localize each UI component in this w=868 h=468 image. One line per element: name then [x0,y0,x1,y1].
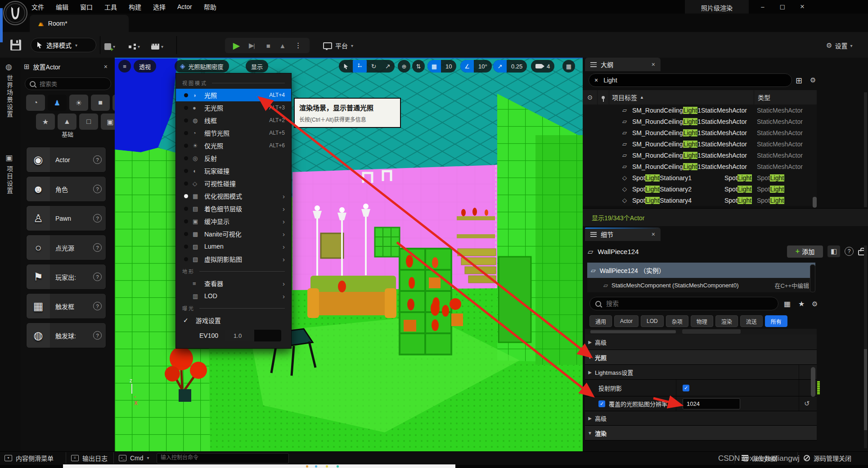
view-mode-menu-item[interactable]: ▩ Nanite可视化 › [176,227,291,240]
menu-item[interactable]: 窗口 [80,2,93,11]
view-mode-menu-item[interactable]: ◔ 细节光照 ALT+5 [176,127,291,139]
camera-speed-control[interactable]: 4 [531,60,554,73]
play-button[interactable]: ▶ [233,40,240,51]
view-mode-menu-item[interactable]: ◇ 可视性碰撞 [176,177,291,190]
component-row[interactable]: ▱ StaticMeshComponent (StaticMeshCompone… [587,278,815,292]
scale-snap-control[interactable]: ↗ 0.25 [493,60,527,73]
select-tool-button[interactable] [339,60,353,73]
project-settings-vertical-tab[interactable]: 项目设置 [5,166,14,195]
lightmass-settings-collapsed[interactable]: ▶ Lightmass设置 [585,365,817,380]
close-icon[interactable]: × [104,63,108,70]
details-scrollbar-track[interactable] [864,245,867,448]
help-icon[interactable]: ? [93,155,102,164]
perspective-dropdown[interactable]: 透视 [134,60,156,73]
help-icon[interactable]: ? [93,331,102,340]
project-settings-icon[interactable]: ▣ [5,153,13,163]
window-close-button[interactable]: × [795,1,810,13]
checkbox-checked[interactable]: ✓ [598,400,605,407]
select-mode-dropdown[interactable]: 选择模式 ▾ [31,38,96,52]
outliner-row[interactable]: ◇ SpotLightStationary1 SpotLight SpotLig… [583,172,817,183]
ev100-slider[interactable]: 1.0 [225,330,281,341]
outliner-row[interactable]: ▱ SM_RoundCeilingLight1StaticMeshActor S… [583,116,817,127]
details-scrollbar[interactable] [811,367,815,397]
place-actor-item[interactable]: ▦ 触发框 ? [26,293,106,319]
display-filter-grid-icon[interactable]: ▦ [784,300,791,308]
frame-skip-button[interactable]: ▶▏ [249,41,257,50]
instance-row-selected[interactable]: ▱ WallPiece124 （实例） [587,263,815,278]
outliner-row[interactable]: ▱ SM_RoundCeilingLight1StaticMeshActor S… [583,150,817,161]
edit-in-cpp-link[interactable]: 在C++中编辑 [774,281,809,290]
menu-item[interactable]: 帮助 [204,2,216,11]
level-tab[interactable]: ▲ Room* [30,15,129,32]
item-label-column-header[interactable]: 项目标签▲ [609,93,754,102]
details-filter-chip[interactable]: 渲染 [715,315,738,327]
favorites-star-icon[interactable]: ★ [798,300,805,308]
help-icon[interactable]: ? [93,273,102,281]
view-mode-menu-item[interactable]: ▨ Lumen › [176,240,291,253]
outliner-row[interactable]: ◇ SpotLightStationary2 SpotLight SpotLig… [583,183,817,195]
rendering-section-header[interactable]: ▼ 渲染 [585,426,817,441]
clear-search-icon[interactable]: × [594,77,598,84]
lighting-section-header[interactable]: ▼ 光照 [585,350,817,365]
details-filter-chip[interactable]: LOD [641,315,664,327]
lightmap-resolution-input[interactable] [683,398,740,409]
outliner-row[interactable]: ◇ SpotLightStationary4 SpotLight SpotLig… [583,195,817,206]
save-button[interactable] [9,39,22,51]
search-input[interactable] [39,80,94,88]
rotation-snap-control[interactable]: ∠ 10° [460,60,492,73]
outliner-scrollbar-track[interactable] [864,92,867,207]
view-mode-menu-item[interactable]: ● 无光照 ALT+3 [176,101,291,114]
window-restore-button[interactable]: ◻ [775,1,790,13]
menu-item[interactable]: 编辑 [56,2,68,11]
details-search-input[interactable] [605,300,742,308]
help-icon[interactable]: ? [845,247,854,256]
world-local-space-button[interactable]: ⊕ [398,60,410,73]
eject-button[interactable]: ▲ [279,42,286,50]
outliner-row[interactable]: ▱ SM_RoundCeilingLight1StaticMeshActor S… [583,138,817,150]
details-filter-chip[interactable]: 所有 [765,315,787,327]
unreal-logo-icon[interactable] [3,0,28,26]
viewport-options-menu-button[interactable]: ≡ [118,60,131,73]
view-mode-menu-item[interactable]: ◎ 反射 [176,152,291,164]
outliner-search-field[interactable]: × [589,73,792,87]
view-mode-menu-item[interactable]: ☀ 仅光照 ALT+6 [176,139,291,152]
component-list-scrollbar[interactable] [810,264,815,292]
view-mode-menu-item[interactable]: ▤ 着色细节层级 › [176,202,291,215]
content-drawer-button[interactable]: ▾ 内容侧滑菜单 [4,451,54,464]
output-log-button[interactable]: ≡ 输出日志 [71,451,108,464]
component-hierarchy-icon[interactable]: ◧ [828,245,840,257]
outliner-scrollbar[interactable] [813,197,817,208]
console-command-field[interactable] [157,453,289,463]
place-category-button[interactable]: ★ [36,114,55,130]
place-actor-item[interactable]: ♙ Pawn ? [26,205,106,231]
menu-item[interactable]: 构建 [129,2,141,11]
blueprints-button[interactable]: ▾ [129,40,140,53]
advanced-section-collapsed[interactable]: ▶ 高级 [585,411,817,426]
type-column-header[interactable]: 类型 [754,90,817,105]
place-actor-item[interactable]: ◉ Actor ? [26,147,106,173]
details-filter-chip[interactable]: 通用 [589,315,612,327]
place-actor-item[interactable]: ☻ 角色 ? [26,176,106,202]
grid-snap-control[interactable]: ▦ 10 [427,60,456,73]
menu-item[interactable]: 选择 [153,2,166,11]
view-mode-menu-item[interactable]: ◑ 光照 ALT+4 [176,89,291,101]
world-settings-vertical-tab[interactable]: 世界场景设置 [5,75,14,118]
place-search-field[interactable] [25,77,111,90]
advanced-section-collapsed[interactable]: ▶ 高级 [585,335,817,350]
menu-item[interactable]: 文件 [31,2,44,11]
help-icon[interactable]: ? [93,185,102,193]
place-category-button[interactable]: ■ [91,95,110,111]
close-icon[interactable]: × [652,231,655,238]
add-actor-button[interactable]: ▾ [104,40,115,53]
help-icon[interactable]: ? [93,302,102,310]
reset-to-default-icon[interactable]: ↺ [804,400,810,408]
outliner-search-input[interactable] [603,76,753,84]
help-icon[interactable]: ? [93,243,102,252]
outliner-row[interactable]: ▱ SM_RoundCeilingLight1StaticMeshActor S… [583,161,817,172]
add-component-button[interactable]: +添加 [787,245,823,258]
details-filter-chip[interactable]: Actor [614,315,639,327]
stop-button[interactable]: ■ [266,42,270,50]
scale-tool-button[interactable]: ↗ [381,60,395,73]
outliner-settings-gear-icon[interactable]: ⚙ [810,76,816,84]
details-search-field[interactable] [589,297,778,310]
